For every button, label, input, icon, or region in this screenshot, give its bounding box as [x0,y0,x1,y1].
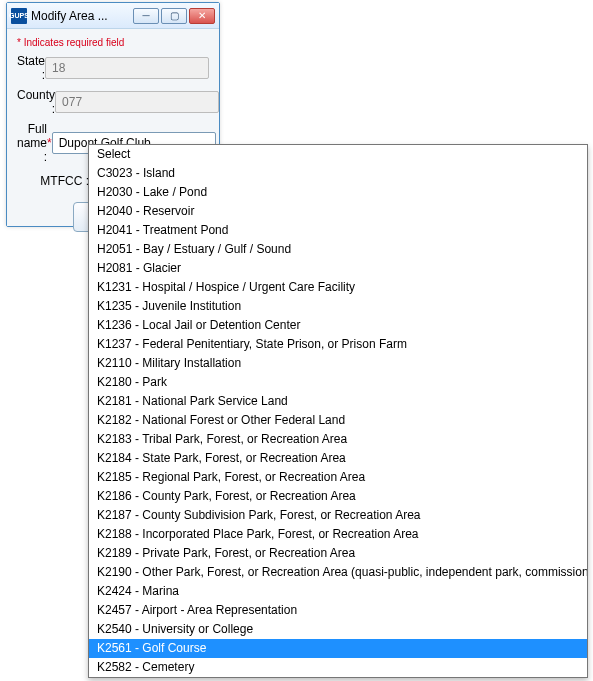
mtfcc-option[interactable]: C3023 - Island [89,164,587,183]
mtfcc-option[interactable]: K1236 - Local Jail or Detention Center [89,316,587,335]
mtfcc-option[interactable]: K2189 - Private Park, Forest, or Recreat… [89,544,587,563]
close-icon: ✕ [198,10,206,21]
mtfcc-option[interactable]: K1235 - Juvenile Institution [89,297,587,316]
mtfcc-option[interactable]: Select [89,145,587,164]
minimize-icon: ─ [142,10,149,21]
mtfcc-option[interactable]: H2081 - Glacier [89,259,587,278]
mtfcc-option[interactable]: K2185 - Regional Park, Forest, or Recrea… [89,468,587,487]
mtfcc-label: MTFCC : [17,174,89,188]
mtfcc-option[interactable]: K2110 - Military Installation [89,354,587,373]
app-icon: GUPS [11,8,27,24]
mtfcc-option[interactable]: K1237 - Federal Penitentiary, State Pris… [89,335,587,354]
titlebar[interactable]: GUPS Modify Area ... ─ ▢ ✕ [7,3,219,29]
mtfcc-option[interactable]: K2180 - Park [89,373,587,392]
window-title: Modify Area ... [31,9,133,23]
county-input [55,91,219,113]
mtfcc-option[interactable]: K2424 - Marina [89,582,587,601]
maximize-button[interactable]: ▢ [161,8,187,24]
mtfcc-option[interactable]: H2051 - Bay / Estuary / Gulf / Sound [89,240,587,259]
mtfcc-option[interactable]: K2182 - National Forest or Other Federal… [89,411,587,430]
mtfcc-option[interactable]: H2041 - Treatment Pond [89,221,587,240]
mtfcc-option[interactable]: K2188 - Incorporated Place Park, Forest,… [89,525,587,544]
mtfcc-option[interactable]: K2184 - State Park, Forest, or Recreatio… [89,449,587,468]
mtfcc-option[interactable]: H2030 - Lake / Pond [89,183,587,202]
mtfcc-option[interactable]: K2183 - Tribal Park, Forest, or Recreati… [89,430,587,449]
mtfcc-option[interactable]: K2181 - National Park Service Land [89,392,587,411]
mtfcc-option[interactable]: K2540 - University or College [89,620,587,639]
fullname-label: Full name : [17,122,47,164]
required-star: * [47,136,52,150]
mtfcc-option[interactable]: K2457 - Airport - Area Representation [89,601,587,620]
mtfcc-option[interactable]: K2186 - County Park, Forest, or Recreati… [89,487,587,506]
mtfcc-option[interactable]: K2561 - Golf Course [89,639,587,658]
mtfcc-option[interactable]: K2187 - County Subdivision Park, Forest,… [89,506,587,525]
close-button[interactable]: ✕ [189,8,215,24]
required-field-note: * Indicates required field [17,37,209,48]
state-label: State : [17,54,45,82]
mtfcc-option[interactable]: H2040 - Reservoir [89,202,587,221]
minimize-button[interactable]: ─ [133,8,159,24]
county-label: County : [17,88,55,116]
mtfcc-dropdown-list[interactable]: SelectC3023 - IslandH2030 - Lake / PondH… [88,144,588,678]
mtfcc-option[interactable]: K2582 - Cemetery [89,658,587,677]
mtfcc-option[interactable]: K2190 - Other Park, Forest, or Recreatio… [89,563,587,582]
state-input [45,57,209,79]
mtfcc-option[interactable]: K1231 - Hospital / Hospice / Urgent Care… [89,278,587,297]
maximize-icon: ▢ [170,10,179,21]
